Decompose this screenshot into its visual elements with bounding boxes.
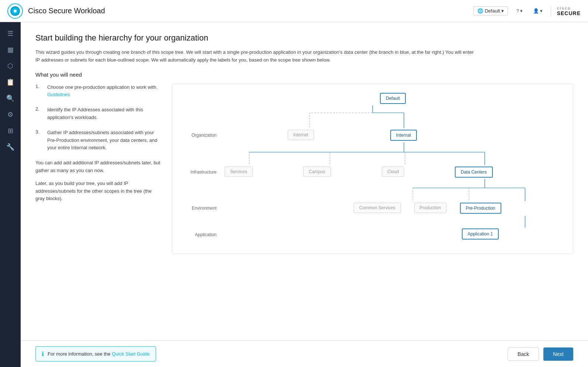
node-datacenters: Data Centers: [455, 167, 493, 178]
caret-icon: ▾: [501, 8, 504, 14]
sidebar-item-network[interactable]: ⬡: [0, 58, 21, 74]
node-application1: Application 1: [462, 228, 499, 240]
step-2-num: 2.: [35, 106, 43, 122]
tree-diagram: Default Organization Internet Internal I…: [180, 91, 565, 246]
cisco-brand: cisco SECURE: [551, 6, 581, 16]
diagram-column: Default Organization Internet Internal I…: [172, 84, 573, 254]
step-1: 1. Choose one pre-production application…: [35, 84, 161, 99]
tools-icon: 🔧: [6, 143, 14, 151]
step-2-text: Identify the IP Addresses associated wit…: [47, 106, 161, 122]
info-text-label: For more information, see the Quick Star…: [48, 351, 150, 357]
row-label-organization: Organization: [180, 133, 224, 138]
app-logo: [7, 3, 23, 19]
node-cloud: Cloud: [382, 167, 404, 177]
step-3-text: Gather IP addresses/subnets associated w…: [47, 129, 161, 152]
globe-icon: 🌐: [477, 8, 483, 14]
node-default: Default: [380, 93, 406, 104]
info-icon: ℹ: [42, 350, 44, 357]
sidebar: ☰ ▦ ⬡ 📋 🔍 ⚙ ⊞ 🔧: [0, 22, 21, 367]
step-1-text: Choose one pre-production application to…: [47, 84, 161, 99]
what-you-need-title: What you will need: [35, 71, 573, 78]
node-preproduction: Pre-Production: [460, 203, 501, 214]
node-production: Production: [414, 203, 446, 213]
sidebar-item-menu[interactable]: ☰: [0, 26, 21, 41]
settings-icon: ⚙: [7, 111, 13, 119]
grid-icon: ⊞: [8, 127, 13, 135]
next-button[interactable]: Next: [543, 347, 573, 361]
node-internal: Internal: [390, 130, 417, 141]
step-3: 3. Gather IP addresses/subnets associate…: [35, 129, 161, 152]
sidebar-item-dashboard[interactable]: ▦: [0, 42, 21, 57]
sidebar-item-settings[interactable]: ⚙: [0, 107, 21, 122]
header-left: Cisco Secure Workload: [7, 3, 105, 19]
two-col-layout: 1. Choose one pre-production application…: [35, 84, 573, 254]
bottom-bar: ℹ For more information, see the Quick St…: [21, 340, 588, 367]
extra-text-1: You can add add additional IP addresses/…: [35, 159, 161, 175]
node-commonservices: Common Services: [354, 203, 401, 213]
network-icon: ⬡: [7, 62, 13, 70]
content-area: Start building the hierarchy for your or…: [21, 22, 588, 367]
top-header: Cisco Secure Workload 🌐 Default ▾ ? ▾ 👤 …: [0, 0, 588, 22]
step-3-num: 3.: [35, 129, 43, 152]
menu-icon: ☰: [7, 29, 13, 38]
row-label-application: Application: [180, 232, 224, 237]
chevron-icon: ▾: [520, 8, 523, 14]
node-campus: Campus: [303, 167, 331, 177]
sidebar-item-reports[interactable]: 📋: [0, 74, 21, 90]
help-button[interactable]: ? ▾: [514, 7, 525, 15]
search-icon: 🔍: [6, 94, 14, 102]
step-1-num: 1.: [35, 84, 43, 99]
node-internet: Internet: [288, 130, 314, 140]
default-dropdown[interactable]: 🌐 Default ▾: [473, 6, 508, 15]
app-title: Cisco Secure Workload: [28, 7, 105, 15]
guidelines-link[interactable]: Guidelines: [47, 92, 70, 97]
dashboard-icon: ▦: [7, 46, 14, 54]
intro-text: This wizard guides you through creating …: [35, 49, 478, 64]
reports-icon: 📋: [6, 78, 14, 86]
row-label-infrastructure: Infrastructure: [180, 169, 224, 175]
sidebar-item-grid[interactable]: ⊞: [0, 123, 21, 139]
step-2: 2. Identify the IP Addresses associated …: [35, 106, 161, 122]
user-caret-icon: ▾: [540, 8, 543, 14]
extra-text-2: Later, as you build your tree, you will …: [35, 180, 161, 203]
info-box: ℹ For more information, see the Quick St…: [35, 346, 156, 361]
main-wrapper: Start building the hierarchy for your or…: [21, 22, 588, 367]
sidebar-item-tools[interactable]: 🔧: [0, 139, 21, 155]
back-button[interactable]: Back: [508, 347, 539, 361]
node-services: Services: [225, 167, 253, 177]
quick-start-link[interactable]: Quick Start Guide: [112, 351, 150, 357]
button-group: Back Next: [508, 347, 573, 361]
page-title: Start building the hierarchy for your or…: [35, 33, 573, 43]
user-button[interactable]: 👤 ▾: [531, 7, 545, 15]
sidebar-item-search[interactable]: 🔍: [0, 91, 21, 106]
steps-column: 1. Choose one pre-production application…: [35, 84, 161, 254]
header-right: 🌐 Default ▾ ? ▾ 👤 ▾ cisco SECURE: [473, 6, 581, 16]
row-label-environment: Environment: [180, 206, 224, 211]
